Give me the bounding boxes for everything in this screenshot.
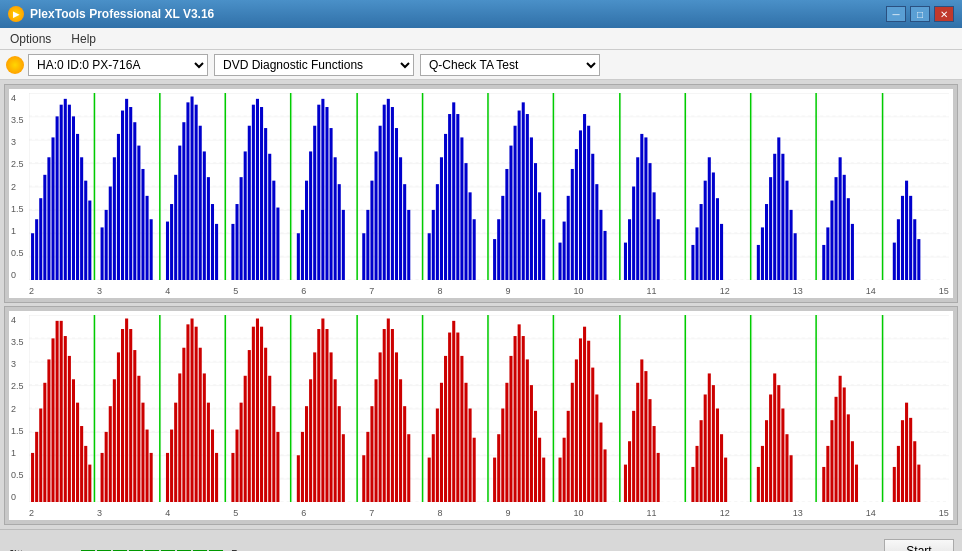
svg-rect-194 [56,321,59,502]
drive-dropdown[interactable]: HA:0 ID:0 PX-716A [28,54,208,76]
svg-rect-203 [101,453,104,502]
svg-rect-149 [765,204,768,280]
svg-rect-167 [901,196,904,280]
svg-rect-256 [375,379,378,502]
svg-rect-25 [68,105,71,280]
svg-rect-333 [839,376,842,502]
svg-rect-263 [403,406,406,502]
svg-rect-200 [80,426,83,502]
svg-rect-127 [595,184,598,280]
svg-rect-92 [407,210,410,280]
svg-rect-334 [843,387,846,502]
svg-rect-270 [448,333,451,502]
svg-rect-61 [248,126,251,280]
svg-rect-109 [509,146,512,280]
svg-rect-297 [587,341,590,502]
svg-rect-227 [211,430,214,502]
svg-rect-217 [170,430,173,502]
minimize-button[interactable]: ─ [886,6,906,22]
svg-rect-285 [526,359,529,502]
svg-rect-255 [370,406,373,502]
svg-rect-144 [712,172,715,280]
svg-rect-136 [648,163,651,280]
svg-rect-45 [170,204,173,280]
svg-rect-99 [452,102,455,280]
svg-rect-272 [456,333,459,502]
svg-rect-113 [526,114,529,280]
jitter-value: 5 [231,548,246,552]
titlebar: ▶ PlexTools Professional XL V3.16 ─ □ ✕ [0,0,962,28]
svg-rect-121 [571,169,574,280]
svg-rect-20 [47,157,50,280]
svg-rect-28 [80,157,83,280]
toolbar: HA:0 ID:0 PX-716A DVD Diagnostic Functio… [0,50,962,80]
svg-rect-309 [653,426,656,502]
drive-selector: HA:0 ID:0 PX-716A [6,54,208,76]
function-dropdown[interactable]: DVD Diagnostic Functions [214,54,414,76]
svg-rect-16 [31,233,34,280]
main-content: 4 3.5 3 2.5 2 1.5 1 0.5 0 [0,80,962,529]
svg-rect-155 [790,210,793,280]
svg-rect-169 [909,196,912,280]
svg-rect-208 [121,329,124,502]
svg-rect-337 [855,465,858,502]
svg-rect-223 [195,327,198,502]
svg-rect-123 [579,130,582,280]
svg-rect-279 [501,409,504,503]
test-dropdown[interactable]: Q-Check TA Test [420,54,600,76]
svg-rect-138 [657,219,660,280]
svg-rect-49 [186,102,189,280]
svg-rect-340 [901,420,904,502]
titlebar-controls[interactable]: ─ □ ✕ [886,6,954,22]
svg-rect-97 [444,134,447,280]
svg-rect-159 [830,201,833,280]
svg-rect-44 [166,222,169,280]
svg-rect-33 [109,187,112,281]
svg-rect-213 [141,403,144,502]
titlebar-left: ▶ PlexTools Professional XL V3.16 [8,6,214,22]
svg-rect-266 [432,434,435,502]
top-chart-panel: 4 3.5 3 2.5 2 1.5 1 0.5 0 [4,84,958,303]
svg-rect-53 [203,151,206,280]
svg-rect-286 [530,385,533,502]
svg-rect-73 [313,126,316,280]
svg-rect-325 [777,385,780,502]
svg-rect-220 [182,348,185,502]
maximize-button[interactable]: □ [910,6,930,22]
svg-rect-94 [432,210,435,280]
svg-rect-102 [464,163,467,280]
svg-rect-321 [761,446,764,502]
menu-options[interactable]: Options [6,30,55,48]
bottom-chart-bars [29,315,949,502]
svg-rect-89 [395,128,398,280]
svg-rect-132 [632,187,635,281]
svg-rect-229 [231,453,234,502]
menu-help[interactable]: Help [67,30,100,48]
svg-rect-288 [538,438,541,502]
svg-rect-313 [700,420,703,502]
close-button[interactable]: ✕ [934,6,954,22]
svg-rect-85 [379,126,382,280]
svg-rect-231 [240,403,243,502]
svg-rect-317 [716,409,719,503]
svg-rect-51 [195,105,198,280]
svg-rect-230 [235,430,238,502]
svg-rect-46 [174,175,177,280]
svg-rect-322 [765,420,768,502]
svg-rect-161 [839,157,842,280]
svg-rect-22 [56,116,59,280]
svg-rect-171 [917,239,920,280]
svg-rect-166 [897,219,900,280]
svg-rect-164 [851,224,854,280]
svg-rect-341 [905,403,908,502]
start-button[interactable]: Start [884,539,954,552]
svg-rect-310 [657,453,660,502]
svg-rect-221 [186,324,189,502]
top-x-labels: 2 3 4 5 6 7 8 9 10 11 12 13 14 15 [29,286,949,296]
svg-rect-274 [464,383,467,502]
svg-rect-40 [137,146,140,280]
svg-rect-202 [88,465,91,502]
svg-rect-90 [399,157,402,280]
svg-rect-311 [691,467,694,502]
svg-rect-157 [822,245,825,280]
